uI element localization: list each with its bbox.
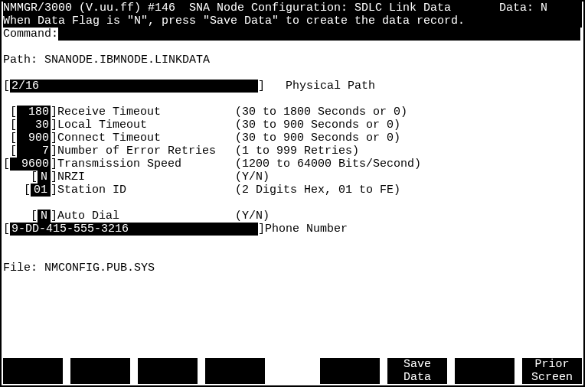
- function-keys: SaveData PriorScreen: [3, 358, 582, 384]
- error-retries-input[interactable]: 7: [17, 145, 51, 158]
- path-value: SNANODE.IBMNODE.LINKDATA: [44, 54, 210, 67]
- path-label: Path:: [3, 54, 38, 67]
- file-line: File: NMCONFIG.PUB.SYS: [3, 262, 582, 275]
- station-id-input[interactable]: 01: [31, 184, 51, 197]
- error-retries-hint: (1 to 999 Retries): [235, 145, 359, 158]
- local-timeout-hint: (30 to 900 Seconds or 0): [235, 119, 400, 132]
- physical-path-label: Physical Path: [286, 80, 375, 93]
- fkey-4[interactable]: [205, 358, 265, 384]
- terminal-screen: NMMGR/3000 (V.uu.ff) #146 SNA Node Confi…: [0, 0, 585, 387]
- nrzi-row: [N] NRZI(Y/N): [3, 171, 582, 184]
- receive-timeout-row: [ 180] Receive Timeout(30 to 1800 Second…: [3, 106, 582, 119]
- error-retries-row: [ 7] Number of Error Retries(1 to 999 Re…: [3, 145, 582, 158]
- bracket-close: ]: [258, 80, 286, 93]
- bracket-open: [: [3, 80, 10, 93]
- fkey-2[interactable]: [70, 358, 130, 384]
- command-input[interactable]: [58, 28, 580, 41]
- auto-dial-row: [N] Auto Dial(Y/N): [3, 210, 582, 223]
- file-value: NMCONFIG.PUB.SYS: [44, 262, 155, 275]
- physical-path-row: [2/16 ] Physical Path: [3, 80, 582, 93]
- connect-timeout-hint: (30 to 900 Seconds or 0): [235, 132, 400, 145]
- local-timeout-row: [ 30] Local Timeout(30 to 900 Seconds or…: [3, 119, 582, 132]
- transmission-input[interactable]: 9600: [10, 158, 51, 171]
- local-timeout-input[interactable]: 30: [17, 119, 51, 132]
- nrzi-hint: (Y/N): [235, 171, 270, 184]
- connect-timeout-row: [ 900] Connect Timeout(30 to 900 Seconds…: [3, 132, 582, 145]
- fkey-5[interactable]: [320, 358, 380, 384]
- connect-timeout-input[interactable]: 900: [17, 132, 51, 145]
- header-title: NMMGR/3000 (V.uu.ff) #146 SNA Node Confi…: [3, 2, 582, 15]
- receive-timeout-label: Receive Timeout: [57, 106, 235, 119]
- command-line[interactable]: Command:: [3, 28, 582, 41]
- fkey-prior-screen[interactable]: PriorScreen: [522, 358, 582, 384]
- fkey-1[interactable]: [3, 358, 63, 384]
- transmission-hint: (1200 to 64000 Bits/Second): [235, 158, 421, 171]
- station-id-row: [01] Station ID(2 Digits Hex, 01 to FE): [3, 184, 582, 197]
- fkey-3[interactable]: [138, 358, 198, 384]
- nrzi-input[interactable]: N: [38, 171, 51, 184]
- fkey-save-data[interactable]: SaveData: [387, 358, 447, 384]
- auto-dial-label: Auto Dial: [57, 210, 235, 223]
- local-timeout-label: Local Timeout: [57, 119, 235, 132]
- transmission-row: [ 9600] Transmission Speed(1200 to 64000…: [3, 158, 582, 171]
- connect-timeout-label: Connect Timeout: [57, 132, 235, 145]
- physical-path-input[interactable]: 2/16: [10, 80, 258, 93]
- phone-number-label: Phone Number: [265, 223, 348, 236]
- receive-timeout-input[interactable]: 180: [17, 106, 51, 119]
- path-line: Path: SNANODE.IBMNODE.LINKDATA: [3, 54, 582, 67]
- file-label: File:: [3, 262, 38, 275]
- receive-timeout-hint: (30 to 1800 Seconds or 0): [235, 106, 407, 119]
- phone-number-row: [9-DD-415-555-3216 ] Phone Number: [3, 223, 582, 236]
- nrzi-label: NRZI: [57, 171, 235, 184]
- header-hint: When Data Flag is "N", press "Save Data"…: [3, 15, 582, 28]
- auto-dial-hint: (Y/N): [235, 210, 270, 223]
- command-label: Command:: [3, 28, 58, 41]
- transmission-label: Transmission Speed: [57, 158, 235, 171]
- fkey-7[interactable]: [455, 358, 514, 384]
- auto-dial-input[interactable]: N: [38, 210, 51, 223]
- station-id-label: Station ID: [57, 184, 235, 197]
- error-retries-label: Number of Error Retries: [57, 145, 235, 158]
- station-id-hint: (2 Digits Hex, 01 to FE): [235, 184, 400, 197]
- phone-number-input[interactable]: 9-DD-415-555-3216: [10, 223, 258, 236]
